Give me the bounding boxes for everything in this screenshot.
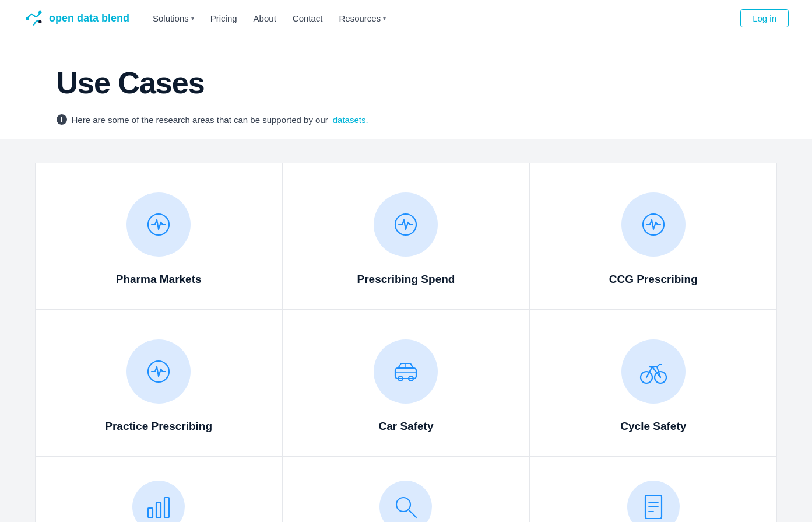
stats-icon-circle (132, 481, 185, 522)
logo[interactable]: open data blend (23, 8, 129, 29)
nav-contact[interactable]: Contact (293, 13, 323, 23)
nav-links: Solutions ▾ Pricing About Contact Resour… (153, 13, 447, 23)
document-icon (637, 491, 670, 522)
navbar: open data blend Solutions ▾ Pricing Abou… (0, 0, 812, 37)
ccg-prescribing-icon-circle (621, 192, 686, 257)
car-icon (389, 355, 422, 388)
page-title: Use Cases (57, 65, 756, 100)
use-cases-grid: Pharma Markets Prescribing Spend CCG Pre… (35, 163, 777, 522)
info-bar: i Here are some of the research areas th… (57, 114, 756, 139)
use-case-card-ccg-prescribing[interactable]: CCG Prescribing (530, 163, 777, 310)
logo-icon (23, 8, 44, 29)
datasets-link[interactable]: datasets. (333, 115, 368, 125)
prescribing-spend-icon-circle (374, 192, 438, 257)
svg-rect-12 (164, 498, 169, 517)
svg-point-2 (38, 20, 41, 23)
nav-solutions[interactable]: Solutions ▾ (153, 13, 194, 23)
nav-about[interactable]: About (254, 13, 276, 23)
document-icon-circle (627, 481, 680, 522)
chevron-down-icon: ▾ (191, 15, 194, 22)
use-case-card-cycle-safety[interactable]: Cycle Safety (530, 310, 777, 457)
login-button[interactable]: Log in (740, 9, 789, 27)
use-case-card-9[interactable] (530, 457, 777, 522)
use-case-card-car-safety[interactable]: Car Safety (282, 310, 529, 457)
prescribing-spend-label: Prescribing Spend (357, 273, 455, 286)
cycle-safety-icon-circle (621, 339, 686, 404)
car-safety-icon-circle (374, 339, 438, 404)
grid-section: Pharma Markets Prescribing Spend CCG Pre… (0, 139, 812, 522)
pharma-markets-icon-circle (126, 192, 191, 257)
svg-rect-11 (156, 502, 161, 517)
logo-text: open data blend (49, 12, 129, 24)
use-case-card-8[interactable] (282, 457, 529, 522)
svg-point-1 (38, 10, 41, 13)
page-header: Use Cases i Here are some of the researc… (22, 65, 791, 139)
nav-pricing[interactable]: Pricing (210, 13, 237, 23)
use-case-card-7[interactable] (35, 457, 282, 522)
svg-line-14 (409, 510, 416, 517)
search-icon (389, 491, 422, 522)
cycle-safety-label: Cycle Safety (620, 420, 686, 433)
search-icon-circle (379, 481, 432, 522)
nav-resources[interactable]: Resources ▾ (339, 13, 386, 23)
health-icon (389, 208, 422, 241)
use-case-card-pharma-markets[interactable]: Pharma Markets (35, 163, 282, 310)
use-case-card-practice-prescribing[interactable]: Practice Prescribing (35, 310, 282, 457)
stats-icon (142, 491, 175, 522)
practice-prescribing-icon-circle (126, 339, 191, 404)
chevron-down-icon: ▾ (383, 15, 386, 22)
info-text: Here are some of the research areas that… (72, 115, 328, 125)
car-safety-label: Car Safety (378, 420, 433, 433)
health-icon (637, 208, 670, 241)
health-icon (142, 355, 175, 388)
svg-rect-10 (148, 508, 153, 517)
pharma-markets-label: Pharma Markets (116, 273, 202, 286)
health-icon (142, 208, 175, 241)
svg-point-0 (26, 17, 29, 20)
ccg-prescribing-label: CCG Prescribing (609, 273, 698, 286)
info-icon: i (57, 114, 67, 125)
bicycle-icon (637, 355, 670, 388)
use-case-card-prescribing-spend[interactable]: Prescribing Spend (282, 163, 529, 310)
practice-prescribing-label: Practice Prescribing (105, 420, 212, 433)
